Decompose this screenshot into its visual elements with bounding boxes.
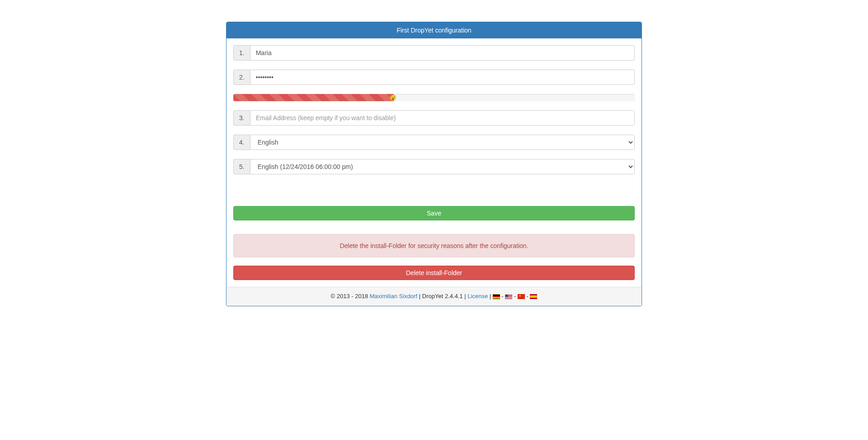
language-select[interactable]: English	[250, 135, 635, 150]
footer-sep2: |	[463, 293, 468, 300]
flag-es-link[interactable]	[530, 293, 537, 300]
author-name: Maximilian Sixdorf	[370, 293, 417, 300]
config-panel: First DropYet configuration 1. 2. 😧 3. 4…	[226, 22, 642, 306]
license-text: License	[467, 293, 488, 300]
field-1-label: 1.	[233, 45, 250, 61]
name-input[interactable]	[250, 45, 635, 61]
author-link[interactable]: Maximilian Sixdorf	[370, 293, 417, 300]
footer-dash3: -	[525, 293, 530, 300]
spacer	[233, 183, 635, 206]
security-alert: Delete the install-Folder for security r…	[233, 234, 635, 257]
delete-install-button[interactable]: Delete install-Folder	[233, 266, 635, 280]
field-1-group: 1.	[233, 45, 635, 61]
field-3-label: 3.	[233, 110, 250, 126]
field-2-label: 2.	[233, 70, 250, 85]
flag-cn-link[interactable]	[518, 293, 525, 300]
license-link[interactable]: License	[467, 293, 488, 300]
flag-us-icon	[505, 294, 512, 299]
password-input[interactable]	[250, 70, 635, 85]
field-2-group: 2.	[233, 70, 635, 85]
password-strength-fill: 😧	[233, 94, 394, 101]
panel-body: 1. 2. 😧 3. 4. English 5. English (12/24/	[226, 38, 642, 287]
footer-dash2: -	[512, 293, 518, 300]
emoji-icon: 😧	[390, 95, 396, 100]
field-3-group: 3.	[233, 110, 635, 126]
footer-version: DropYet 2.4.4.1	[422, 293, 463, 300]
save-button-label: Save	[427, 210, 441, 217]
flag-de-icon	[493, 294, 500, 299]
delete-install-label: Delete install-Folder	[406, 269, 462, 276]
footer-sep3: |	[488, 293, 493, 300]
flag-cn-icon	[518, 294, 525, 299]
footer-sep1: |	[417, 293, 422, 300]
panel-title: First DropYet configuration	[396, 27, 471, 34]
password-strength-bar: 😧	[233, 94, 635, 101]
save-button[interactable]: Save	[233, 206, 635, 220]
dateformat-select[interactable]: English (12/24/2016 06:00:00 pm)	[250, 159, 635, 174]
flag-es-icon	[530, 294, 537, 299]
field-4-group: 4. English	[233, 135, 635, 150]
email-input[interactable]	[250, 110, 635, 126]
flag-de-link[interactable]	[493, 293, 500, 300]
alert-text: Delete the install-Folder for security r…	[340, 242, 528, 249]
field-5-label: 5.	[233, 159, 250, 174]
panel-footer: © 2013 - 2018 Maximilian Sixdorf | DropY…	[226, 287, 642, 306]
flag-us-link[interactable]	[505, 293, 512, 300]
footer-dash1: -	[500, 293, 505, 300]
field-4-label: 4.	[233, 135, 250, 150]
field-5-group: 5. English (12/24/2016 06:00:00 pm)	[233, 159, 635, 174]
footer-copyright: © 2013 - 2018	[331, 293, 370, 300]
panel-heading: First DropYet configuration	[226, 22, 642, 38]
